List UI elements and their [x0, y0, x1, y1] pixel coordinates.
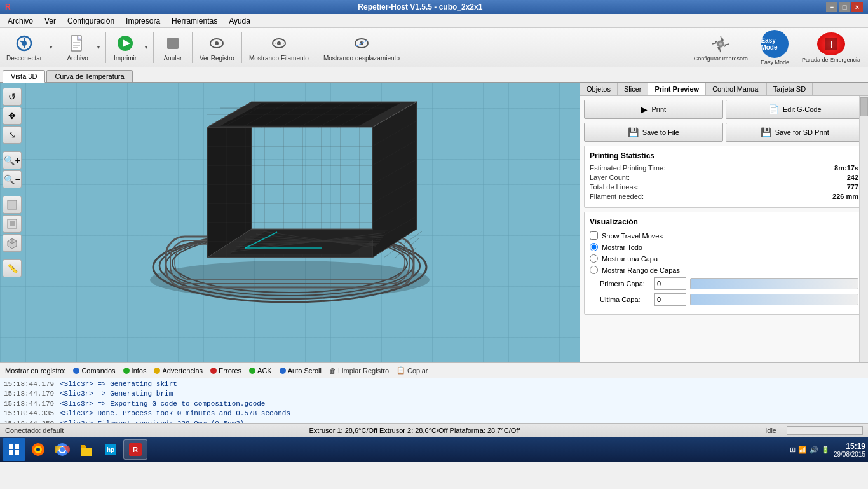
save-to-file-label: Save to File: [642, 128, 679, 136]
mostrar-todo-label[interactable]: Mostrar Todo: [602, 244, 642, 251]
menu-herramientas[interactable]: Herramientas: [166, 15, 222, 27]
view-front-button[interactable]: [3, 196, 22, 214]
volume-icon[interactable]: 🔊: [810, 446, 818, 454]
filter-infos-label: Infos: [132, 367, 147, 375]
taskbar-clock[interactable]: 15:19 29/08/2015: [834, 442, 865, 458]
ver-registro-icon: [207, 33, 227, 53]
ack-dot: [249, 368, 255, 374]
filter-advertencias[interactable]: Advertencias: [154, 367, 203, 375]
ruler-button[interactable]: 📏: [3, 259, 22, 277]
mostrar-todo-radio[interactable]: [590, 243, 598, 251]
visualization-section: Visualización Show Travel Moves Mostrar …: [584, 212, 864, 315]
log-line-5: 15:18:44.350 <Slic3r> Filament required:…: [4, 419, 864, 423]
log-msg-3: <Slic3r> => Exporting G-code to composit…: [60, 399, 265, 409]
mostrar-rango-label[interactable]: Mostrar Rango de Capas: [602, 266, 680, 274]
hp-button[interactable]: hp: [99, 438, 122, 461]
easy-mode-button[interactable]: Easy Mode: [761, 30, 789, 58]
close-button[interactable]: ×: [851, 2, 863, 12]
archivo-button[interactable]: Archivo: [62, 30, 93, 65]
menu-impresora[interactable]: Impresora: [121, 15, 165, 27]
configurar-impresora-button[interactable]: Configurar Impresora: [689, 30, 753, 65]
battery-icon[interactable]: 🔋: [821, 446, 830, 454]
separator-3: [153, 32, 154, 63]
zoom-in-button[interactable]: 🔍+: [3, 151, 22, 169]
filter-autoscroll[interactable]: Auto Scroll: [280, 367, 322, 375]
scale-button[interactable]: ⤡: [3, 126, 22, 144]
svg-rect-101: [15, 444, 19, 449]
svg-rect-102: [9, 450, 13, 455]
menu-configuracion[interactable]: Configuración: [62, 15, 119, 27]
copiar-button[interactable]: 📋 Copiar: [397, 366, 428, 375]
scrollbar[interactable]: [859, 96, 868, 362]
title-bar-icon: R: [5, 3, 11, 11]
view-tabs: Vista 3D Curva de Temperatura: [0, 67, 868, 83]
mostrar-capa-radio[interactable]: [590, 254, 598, 263]
emergency-button[interactable]: ! Parada de Emergencia: [797, 30, 865, 65]
filter-comandos-label: Comandos: [81, 367, 115, 375]
repetier-taskbar-button[interactable]: R: [123, 439, 147, 460]
log-time-3: 15:18:44.179: [4, 399, 55, 409]
mostrar-capa-label[interactable]: Mostrar una Capa: [602, 255, 658, 263]
disconnect-arrow[interactable]: ▼: [47, 43, 55, 52]
rotate-button[interactable]: ↺: [3, 88, 22, 106]
print-label: Imprimir: [114, 55, 137, 62]
print-arrow[interactable]: ▼: [142, 43, 150, 52]
limpiar-icon: 🗑: [329, 367, 336, 375]
filter-ack[interactable]: ACK: [249, 367, 272, 375]
tab-print-preview[interactable]: Print Preview: [648, 83, 706, 95]
print-action-button[interactable]: ▶ Print: [584, 100, 723, 119]
log-time-5: 15:18:44.350: [4, 419, 55, 423]
print-button[interactable]: Imprimir: [109, 30, 141, 65]
view-iso-button[interactable]: [3, 234, 22, 252]
menu-ver[interactable]: Ver: [39, 15, 61, 27]
files-button[interactable]: [75, 438, 98, 461]
show-travel-label[interactable]: Show Travel Moves: [602, 232, 663, 240]
easy-mode-container: Easy Mode Easy Mode: [756, 30, 794, 65]
filter-infos[interactable]: Infos: [123, 367, 147, 375]
copiar-label: Copiar: [407, 367, 428, 375]
log-msg-4: <Slic3r> Done. Process took 0 minutes an…: [60, 409, 290, 418]
network-icon[interactable]: 📶: [798, 446, 807, 454]
start-button[interactable]: [3, 438, 25, 461]
limpiar-registro-button[interactable]: 🗑 Limpiar Registro: [329, 367, 389, 375]
tab-slicer[interactable]: Slicer: [618, 83, 649, 95]
tab-vista3d[interactable]: Vista 3D: [3, 70, 45, 83]
tab-objetos[interactable]: Objetos: [580, 83, 618, 95]
tab-control-manual[interactable]: Control Manual: [706, 83, 767, 95]
desplazamiento-button[interactable]: Mostrando desplazamiento: [320, 30, 403, 65]
save-sd-button[interactable]: 💾 Save for SD Print: [726, 123, 865, 142]
scrollbar-thumb[interactable]: [860, 97, 868, 116]
status-temperature: Extrusor 1: 28,6°C/Off Extrusor 2: 28,6°…: [74, 427, 755, 434]
mostrar-rango-radio[interactable]: [590, 266, 598, 274]
save-to-file-button[interactable]: 💾 Save to File: [584, 123, 723, 142]
zoom-out-button[interactable]: 🔍−: [3, 170, 22, 188]
ultima-capa-input[interactable]: [654, 293, 686, 306]
chrome-button[interactable]: [51, 438, 74, 461]
menu-archivo[interactable]: Archivo: [3, 15, 38, 27]
move-button[interactable]: ✥: [3, 107, 22, 125]
show-travel-checkbox[interactable]: [590, 231, 598, 240]
menu-ayuda[interactable]: Ayuda: [224, 15, 255, 27]
tab-tarjeta-sd[interactable]: Tarjeta SD: [767, 83, 813, 95]
minimize-button[interactable]: −: [826, 2, 837, 12]
firefox-button[interactable]: [27, 438, 50, 461]
show-desktop-icon[interactable]: ⊞: [790, 446, 796, 454]
printing-statistics: Printing Statistics Estimated Printing T…: [584, 146, 864, 208]
stat-lineas-label: Total de Lineas:: [590, 183, 639, 191]
primera-capa-slider[interactable]: [690, 278, 858, 289]
ver-registro-button[interactable]: Ver Registro: [196, 30, 238, 65]
disconnect-button[interactable]: Desconectar: [3, 30, 46, 65]
filter-comandos[interactable]: Comandos: [73, 367, 115, 375]
log-time-1: 15:18:44.179: [4, 380, 55, 389]
primera-capa-input[interactable]: [654, 277, 686, 290]
filamento-button[interactable]: Mostrando Filamento: [245, 30, 313, 65]
tab-curva-temperatura[interactable]: Curva de Temperatura: [46, 70, 132, 82]
archivo-arrow[interactable]: ▼: [95, 43, 102, 52]
ultima-capa-slider[interactable]: [690, 294, 858, 305]
view-top-button[interactable]: [3, 215, 22, 233]
taskbar-right: ⊞ 📶 🔊 🔋 15:19 29/08/2015: [790, 442, 865, 458]
maximize-button[interactable]: □: [839, 2, 850, 12]
edit-gcode-button[interactable]: 📄 Edit G-Code: [726, 100, 865, 119]
filter-errores[interactable]: Errores: [210, 367, 241, 375]
anular-button[interactable]: Anular: [157, 30, 189, 65]
